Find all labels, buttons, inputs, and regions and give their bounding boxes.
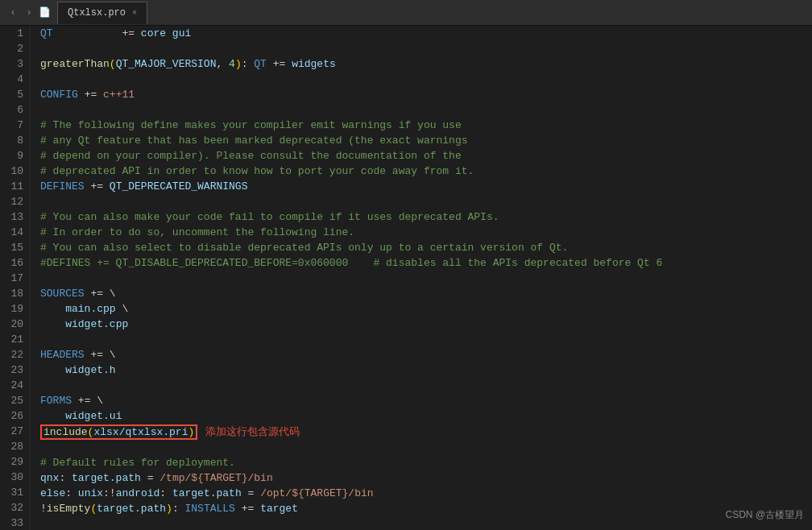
- code-line[interactable]: [40, 440, 802, 455]
- forward-button[interactable]: ›: [23, 6, 35, 19]
- line-number: 22: [6, 347, 23, 362]
- line-number: 24: [6, 378, 23, 393]
- code-line[interactable]: include(xlsx/qtxlsx.pri)添加这行包含源代码: [40, 424, 802, 440]
- code-line[interactable]: [40, 72, 802, 87]
- line-number: 14: [6, 225, 23, 240]
- tab-close-button[interactable]: ×: [132, 9, 137, 18]
- code-line[interactable]: # Default rules for deployment.: [40, 455, 802, 470]
- line-number: 7: [6, 118, 23, 133]
- code-lines[interactable]: QT += core gui greaterThan(QT_MAJOR_VERS…: [31, 26, 812, 530]
- line-number: 32: [6, 500, 23, 516]
- code-line[interactable]: # In order to do so, uncomment the follo…: [40, 225, 802, 240]
- line-number: 30: [6, 470, 23, 485]
- code-line[interactable]: [40, 332, 802, 347]
- code-line[interactable]: !isEmpty(target.path): INSTALLS += targe…: [40, 501, 802, 516]
- editor[interactable]: 1234567891011121314151617181920212223242…: [0, 26, 812, 530]
- line-number: 27: [6, 424, 23, 439]
- code-line[interactable]: QT += core gui: [40, 26, 802, 41]
- code-line[interactable]: # The following define makes your compil…: [40, 118, 802, 133]
- active-tab[interactable]: Qtxlsx.pro ×: [57, 2, 147, 24]
- line-number: 29: [6, 454, 23, 470]
- line-number: 11: [6, 179, 23, 194]
- code-line[interactable]: HEADERS += \: [40, 347, 802, 362]
- line-number: 6: [6, 102, 23, 118]
- code-line[interactable]: # any Qt feature that has been marked de…: [40, 133, 802, 148]
- line-numbers: 1234567891011121314151617181920212223242…: [0, 26, 31, 530]
- line-number: 18: [6, 286, 23, 301]
- line-number: 21: [6, 332, 23, 347]
- nav-buttons[interactable]: ‹ › 📄: [6, 6, 51, 19]
- include-box: include(xlsx/qtxlsx.pri): [40, 424, 197, 440]
- code-container: 1234567891011121314151617181920212223242…: [0, 26, 812, 530]
- code-line[interactable]: #DEFINES += QT_DISABLE_DEPRECATED_BEFORE…: [40, 255, 802, 271]
- code-line[interactable]: # You can also select to disable depreca…: [40, 240, 802, 255]
- line-number: 31: [6, 485, 23, 500]
- code-line[interactable]: # depend on your compiler). Please consu…: [40, 148, 802, 164]
- line-number: 9: [6, 148, 23, 164]
- line-number: 10: [6, 164, 23, 179]
- annotation-text: 添加这行包含源代码: [205, 425, 300, 437]
- tab-title: Qtxlsx.pro: [68, 7, 126, 19]
- watermark: CSDN @古楼望月: [725, 508, 804, 522]
- code-line[interactable]: SOURCES += \: [40, 286, 802, 301]
- titlebar: ‹ › 📄 Qtxlsx.pro ×: [0, 0, 812, 26]
- code-line[interactable]: widget.h: [40, 362, 802, 378]
- line-number: 33: [6, 516, 23, 530]
- code-line[interactable]: # You can also make your code fail to co…: [40, 209, 802, 225]
- code-line[interactable]: DEFINES += QT_DEPRECATED_WARNINGS: [40, 179, 802, 194]
- code-line[interactable]: CONFIG += c++11: [40, 87, 802, 102]
- code-line[interactable]: qnx: target.path = /tmp/${TARGET}/bin: [40, 470, 802, 486]
- line-number: 25: [6, 393, 23, 408]
- code-line[interactable]: [40, 41, 802, 56]
- line-number: 1: [6, 26, 23, 41]
- line-number: 16: [6, 255, 23, 271]
- code-line[interactable]: [40, 516, 802, 530]
- code-line[interactable]: [40, 194, 802, 209]
- code-line[interactable]: widget.ui: [40, 408, 802, 424]
- line-number: 8: [6, 133, 23, 148]
- code-line[interactable]: [40, 378, 802, 393]
- code-line[interactable]: # deprecated API in order to know how to…: [40, 164, 802, 179]
- line-number: 19: [6, 301, 23, 317]
- line-number: 5: [6, 87, 23, 102]
- code-line[interactable]: else: unix:!android: target.path = /opt/…: [40, 486, 802, 501]
- line-number: 20: [6, 317, 23, 332]
- code-line[interactable]: widget.cpp: [40, 317, 802, 332]
- line-number: 28: [6, 439, 23, 454]
- file-icon: 📄: [39, 6, 51, 19]
- code-line[interactable]: main.cpp \: [40, 301, 802, 317]
- line-number: 4: [6, 72, 23, 87]
- line-number: 17: [6, 271, 23, 286]
- code-line[interactable]: greaterThan(QT_MAJOR_VERSION, 4): QT += …: [40, 56, 802, 72]
- code-line[interactable]: FORMS += \: [40, 393, 802, 408]
- line-number: 23: [6, 362, 23, 378]
- line-number: 13: [6, 209, 23, 225]
- line-number: 3: [6, 56, 23, 72]
- line-number: 12: [6, 194, 23, 209]
- code-line[interactable]: [40, 102, 802, 118]
- line-number: 2: [6, 41, 23, 56]
- code-line[interactable]: [40, 271, 802, 286]
- line-number: 26: [6, 408, 23, 424]
- back-button[interactable]: ‹: [6, 6, 19, 19]
- line-number: 15: [6, 240, 23, 255]
